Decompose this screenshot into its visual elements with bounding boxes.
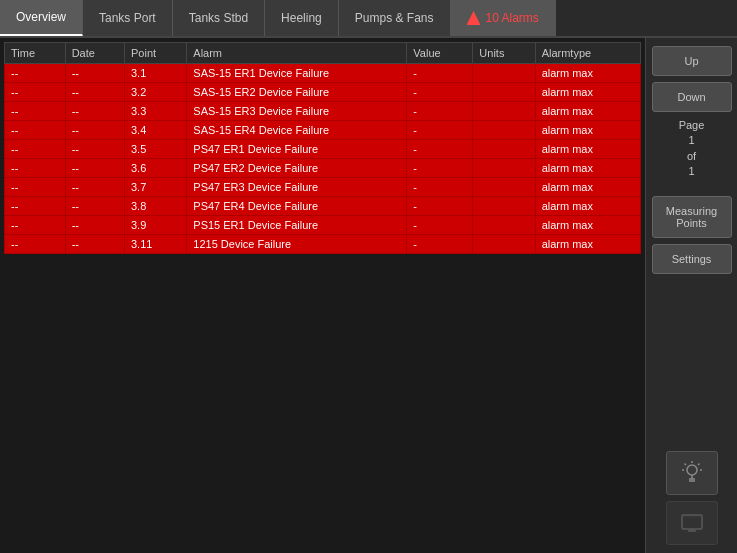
cell-units	[473, 64, 535, 83]
cell-time: --	[5, 159, 66, 178]
settings-button[interactable]: Settings	[652, 244, 732, 274]
tab-tanks-stbd[interactable]: Tanks Stbd	[173, 0, 265, 36]
up-button[interactable]: Up	[652, 46, 732, 76]
cell-time: --	[5, 64, 66, 83]
cell-alarm: SAS-15 ER4 Device Failure	[187, 121, 407, 140]
cell-value: -	[407, 140, 473, 159]
alarm-table: Time Date Point Alarm Value Units Alarmt…	[4, 42, 641, 254]
cell-alarmtype: alarm max	[535, 216, 640, 235]
cell-alarm: PS15 ER1 Device Failure	[187, 216, 407, 235]
table-row[interactable]: -- -- 3.4 SAS-15 ER4 Device Failure - al…	[5, 121, 641, 140]
cell-alarm: PS47 ER3 Device Failure	[187, 178, 407, 197]
cell-time: --	[5, 121, 66, 140]
col-header-alarm: Alarm	[187, 43, 407, 64]
cell-units	[473, 140, 535, 159]
cell-alarmtype: alarm max	[535, 235, 640, 254]
table-row[interactable]: -- -- 3.8 PS47 ER4 Device Failure - alar…	[5, 197, 641, 216]
cell-alarm: PS47 ER4 Device Failure	[187, 197, 407, 216]
main-content: Time Date Point Alarm Value Units Alarmt…	[0, 38, 737, 553]
cell-date: --	[65, 159, 124, 178]
cell-alarm: PS47 ER1 Device Failure	[187, 140, 407, 159]
lamp-icon-button[interactable]	[666, 451, 718, 495]
screen-icon-button[interactable]	[666, 501, 718, 545]
cell-units	[473, 102, 535, 121]
cell-alarmtype: alarm max	[535, 83, 640, 102]
col-header-point: Point	[124, 43, 186, 64]
cell-date: --	[65, 83, 124, 102]
down-button[interactable]: Down	[652, 82, 732, 112]
cell-time: --	[5, 178, 66, 197]
col-header-time: Time	[5, 43, 66, 64]
svg-point-0	[687, 465, 697, 475]
alarm-triangle-icon	[467, 11, 481, 25]
cell-alarm: SAS-15 ER3 Device Failure	[187, 102, 407, 121]
cell-date: --	[65, 197, 124, 216]
table-row[interactable]: -- -- 3.1 SAS-15 ER1 Device Failure - al…	[5, 64, 641, 83]
tab-tanks-port[interactable]: Tanks Port	[83, 0, 173, 36]
cell-date: --	[65, 178, 124, 197]
top-navigation: Overview Tanks Port Tanks Stbd Heeling P…	[0, 0, 737, 38]
cell-date: --	[65, 121, 124, 140]
cell-point: 3.3	[124, 102, 186, 121]
cell-time: --	[5, 197, 66, 216]
cell-point: 3.6	[124, 159, 186, 178]
table-row[interactable]: -- -- 3.2 SAS-15 ER2 Device Failure - al…	[5, 83, 641, 102]
table-row[interactable]: -- -- 3.3 SAS-15 ER3 Device Failure - al…	[5, 102, 641, 121]
screen-icon	[678, 509, 706, 537]
cell-point: 3.4	[124, 121, 186, 140]
cell-date: --	[65, 140, 124, 159]
cell-value: -	[407, 83, 473, 102]
cell-value: -	[407, 235, 473, 254]
col-header-date: Date	[65, 43, 124, 64]
table-header-row: Time Date Point Alarm Value Units Alarmt…	[5, 43, 641, 64]
svg-line-5	[684, 464, 686, 466]
cell-time: --	[5, 102, 66, 121]
cell-point: 3.11	[124, 235, 186, 254]
measuring-points-button[interactable]: Measuring Points	[652, 196, 732, 238]
cell-value: -	[407, 159, 473, 178]
cell-value: -	[407, 121, 473, 140]
tab-pumps-fans[interactable]: Pumps & Fans	[339, 0, 451, 36]
table-row[interactable]: -- -- 3.6 PS47 ER2 Device Failure - alar…	[5, 159, 641, 178]
cell-units	[473, 159, 535, 178]
table-row[interactable]: -- -- 3.11 1215 Device Failure - alarm m…	[5, 235, 641, 254]
cell-units	[473, 235, 535, 254]
cell-point: 3.9	[124, 216, 186, 235]
cell-point: 3.8	[124, 197, 186, 216]
cell-value: -	[407, 178, 473, 197]
cell-time: --	[5, 235, 66, 254]
cell-point: 3.2	[124, 83, 186, 102]
cell-value: -	[407, 64, 473, 83]
cell-point: 3.5	[124, 140, 186, 159]
cell-units	[473, 216, 535, 235]
table-row[interactable]: -- -- 3.7 PS47 ER3 Device Failure - alar…	[5, 178, 641, 197]
col-header-alarmtype: Alarmtype	[535, 43, 640, 64]
cell-value: -	[407, 102, 473, 121]
cell-value: -	[407, 216, 473, 235]
cell-alarm: 1215 Device Failure	[187, 235, 407, 254]
cell-date: --	[65, 216, 124, 235]
cell-alarmtype: alarm max	[535, 102, 640, 121]
cell-alarmtype: alarm max	[535, 121, 640, 140]
svg-line-6	[698, 464, 700, 466]
cell-time: --	[5, 216, 66, 235]
tab-alarms[interactable]: 10 Alarms	[451, 0, 556, 36]
cell-time: --	[5, 140, 66, 159]
page-info: Page 1 of 1	[679, 118, 705, 180]
cell-time: --	[5, 83, 66, 102]
col-header-units: Units	[473, 43, 535, 64]
cell-alarm: PS47 ER2 Device Failure	[187, 159, 407, 178]
sidebar: Up Down Page 1 of 1 Measuring Points Set…	[645, 38, 737, 553]
tab-overview[interactable]: Overview	[0, 0, 83, 36]
cell-alarmtype: alarm max	[535, 178, 640, 197]
cell-point: 3.7	[124, 178, 186, 197]
cell-units	[473, 83, 535, 102]
cell-units	[473, 178, 535, 197]
tab-heeling[interactable]: Heeling	[265, 0, 339, 36]
cell-alarmtype: alarm max	[535, 197, 640, 216]
table-row[interactable]: -- -- 3.5 PS47 ER1 Device Failure - alar…	[5, 140, 641, 159]
alarm-table-area: Time Date Point Alarm Value Units Alarmt…	[0, 38, 645, 553]
cell-value: -	[407, 197, 473, 216]
table-row[interactable]: -- -- 3.9 PS15 ER1 Device Failure - alar…	[5, 216, 641, 235]
cell-alarm: SAS-15 ER2 Device Failure	[187, 83, 407, 102]
